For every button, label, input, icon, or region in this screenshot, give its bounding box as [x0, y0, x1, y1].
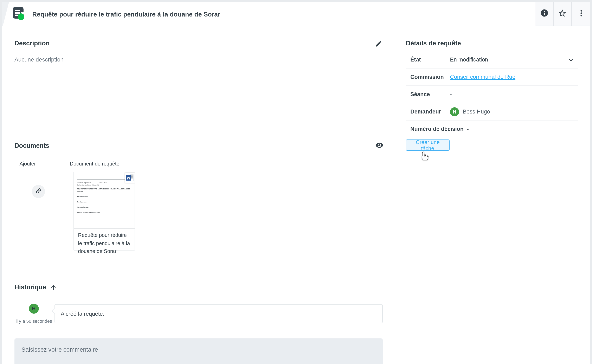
detail-label: Séance	[406, 91, 450, 98]
page: Requête pour réduire le trafic pendulair…	[0, 0, 592, 364]
detail-value: -	[450, 91, 578, 98]
mouse-cursor-pointer	[420, 151, 429, 162]
comment-input[interactable]	[14, 338, 383, 364]
favorite-button[interactable]	[553, 2, 571, 26]
word-file-icon: W	[125, 173, 135, 183]
chain-link-icon	[35, 187, 42, 196]
info-button[interactable]	[535, 2, 553, 26]
page-title: Requête pour réduire le trafic pendulair…	[32, 11, 220, 18]
history-heading: Historique	[14, 284, 46, 291]
add-link-button[interactable]	[32, 185, 45, 198]
pencil-icon	[375, 40, 382, 49]
header-actions-panel	[527, 2, 590, 26]
thumbnail-meta-label: Einreichungsdatum	[77, 182, 99, 184]
description-heading: Description	[14, 40, 50, 47]
detail-row-demandeur: Demandeur H Boss Hugo	[406, 103, 578, 121]
detail-row-numero-decision: Numéro de décision -	[406, 121, 578, 137]
thumbnail-section: Antrag und Beschlussentwurf	[77, 211, 131, 213]
thumbnail-section: Ausgangslage	[77, 195, 131, 198]
document-caption: Requête pour réduire le trafic pendulair…	[74, 229, 135, 259]
corner-slant-decoration	[2, 2, 10, 26]
detail-label: Numéro de décision	[406, 126, 467, 132]
more-menu-button[interactable]	[572, 2, 590, 26]
commission-link[interactable]: Conseil communal de Rue	[450, 74, 515, 80]
eye-icon	[375, 141, 384, 151]
svg-text:W: W	[127, 177, 130, 180]
history-entry-bubble: A créé la requête.	[54, 304, 383, 323]
detail-value: Boss Hugo	[463, 109, 490, 115]
history-heading-row: Historique	[14, 284, 56, 291]
detail-value: -	[467, 126, 578, 132]
detail-row-commission: Commission Conseil communal de Rue	[406, 69, 578, 86]
thumbnail-rule: ▪▪▪▪▪▪	[77, 180, 131, 180]
history-entry-text: A créé la requête.	[61, 311, 104, 317]
detail-row-seance: Séance -	[406, 86, 578, 103]
chevron-down-icon[interactable]	[568, 57, 574, 63]
avatar: H	[450, 107, 459, 116]
thumbnail-meta-value: 06.12.2021	[99, 182, 107, 184]
thumbnail-title: REQUÊTE POUR RÉDUIRE LE TRAFIC PENDULAIR…	[77, 188, 131, 192]
thumbnail-section: Erwägungen	[77, 201, 131, 203]
info-circle-icon	[540, 9, 549, 19]
description-empty-text: Aucune description	[14, 56, 64, 63]
kebab-menu-icon	[577, 9, 585, 19]
create-task-button[interactable]: Créer une tâche	[406, 139, 449, 151]
bubble-tail	[51, 308, 58, 314]
details-table: État En modification Commission Conseil …	[406, 51, 578, 137]
detail-label: Demandeur	[406, 109, 450, 115]
star-outline-icon	[558, 8, 567, 19]
arrow-up-icon[interactable]	[50, 284, 56, 290]
document-card[interactable]: ▪▪▪▪▪▪▪▪ ▪▪▪▪▪▪ Einreichungsdatum 06.12.…	[73, 172, 135, 251]
thumbnail-meta-row: Einreichungsdatum 06.12.2021	[77, 182, 131, 184]
thumbnail-section: Verhandlungen	[77, 206, 131, 208]
detail-row-etat[interactable]: État En modification	[406, 51, 578, 69]
details-heading: Détails de requête	[406, 40, 461, 47]
documents-heading: Documents	[14, 142, 49, 150]
document-thumbnail: ▪▪▪▪▪▪▪▪ ▪▪▪▪▪▪ Einreichungsdatum 06.12.…	[74, 172, 135, 229]
history-timestamp: il y a 50 secondes	[14, 318, 54, 324]
history-avatar: H	[29, 304, 39, 314]
thumbnail-meta-label2: Behandlungsdatum (Wunsch)	[77, 184, 131, 186]
main-card: Requête pour réduire le trafic pendulair…	[2, 2, 590, 364]
detail-label: Commission	[406, 74, 450, 80]
documents-column-divider	[63, 160, 63, 258]
detail-value: En modification	[450, 57, 488, 63]
request-document-icon	[13, 7, 25, 22]
add-column-label: Ajouter	[14, 161, 41, 167]
detail-label: État	[406, 57, 450, 63]
toggle-visibility-button[interactable]	[374, 141, 384, 151]
doc-column-label: Document de requête	[70, 161, 119, 167]
edit-description-button[interactable]	[374, 40, 384, 50]
thumbnail-letterhead: ▪▪▪▪▪▪▪▪	[77, 174, 131, 179]
